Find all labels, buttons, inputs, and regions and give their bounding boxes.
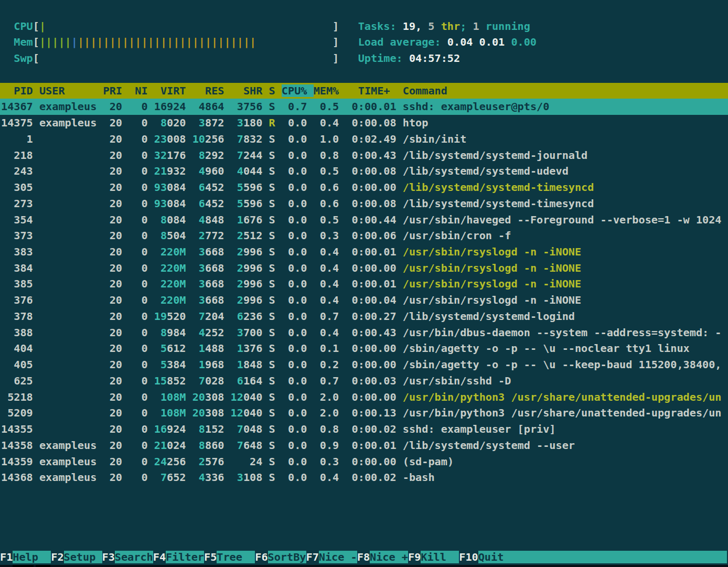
load-average: Load average: 0.04 0.01 0.00 bbox=[358, 36, 537, 48]
fkey-F10[interactable]: F10 bbox=[459, 551, 478, 563]
mem-cell: 0.4 bbox=[314, 262, 339, 274]
fkey-F9[interactable]: F9 bbox=[408, 551, 421, 563]
fbtn-kill[interactable]: Kill bbox=[421, 551, 459, 563]
blank-line-top bbox=[0, 2, 728, 18]
mem-meter[interactable]: Mem[|||||||||||||||||||||||||||||||||| ]… bbox=[0, 34, 728, 50]
process-row[interactable]: 5218 20 0 108M 20308 12040 S 0.0 2.0 0:0… bbox=[0, 389, 728, 405]
pri-cell: 20 bbox=[103, 116, 122, 129]
command-cell: /lib/systemd/systemd-udevd bbox=[403, 165, 569, 177]
pid-cell: 625 bbox=[1, 375, 33, 387]
process-row[interactable]: 14355 20 0 16924 8152 7048 S 0.0 0.8 0:0… bbox=[0, 421, 728, 437]
ni-cell: 0 bbox=[129, 165, 147, 177]
fbtn-help[interactable]: Help bbox=[13, 551, 51, 563]
process-row[interactable]: 305 20 0 93084 6452 5596 S 0.0 0.6 0:00.… bbox=[0, 179, 728, 196]
fkey-F1[interactable]: F1 bbox=[0, 551, 13, 563]
fbtn-nice-[interactable]: Nice - bbox=[319, 551, 357, 563]
fkey-F8[interactable]: F8 bbox=[357, 551, 370, 563]
htop-terminal: CPU[| ] Tasks: 19, 5 thr; 1 running Mem[… bbox=[0, 0, 728, 567]
column-header-ni[interactable]: NI bbox=[129, 84, 154, 97]
column-header-s[interactable]: S bbox=[269, 84, 282, 97]
fkey-F6[interactable]: F6 bbox=[255, 551, 267, 563]
process-row[interactable]: 385 20 0 220M 3668 2996 S 0.0 0.4 0:00.0… bbox=[0, 276, 728, 292]
state-cell: S bbox=[269, 213, 275, 226]
pid-cell: 5209 bbox=[1, 406, 33, 419]
state-cell: S bbox=[269, 262, 275, 274]
process-row[interactable]: 373 20 0 8504 2772 2512 S 0.0 0.3 0:00.0… bbox=[0, 228, 728, 244]
state-cell: S bbox=[269, 245, 275, 258]
pri-cell: 20 bbox=[103, 326, 122, 339]
cpu-cell: 0.0 bbox=[282, 342, 307, 355]
fkey-F4[interactable]: F4 bbox=[153, 551, 166, 563]
mem-cell: 0.6 bbox=[314, 181, 339, 194]
process-row[interactable]: 405 20 0 5384 1968 1848 S 0.0 0.2 0:00.0… bbox=[0, 357, 728, 373]
process-row[interactable]: 243 20 0 21932 4960 4044 S 0.0 0.5 0:00.… bbox=[0, 163, 728, 179]
state-cell: S bbox=[269, 181, 275, 194]
process-row[interactable]: 14358 exampleus 20 0 21024 8860 7648 S 0… bbox=[0, 437, 728, 454]
meter-close-bracket: ] bbox=[333, 36, 339, 48]
pid-cell: 378 bbox=[1, 310, 33, 323]
fbtn-setup[interactable]: Setup bbox=[64, 551, 102, 563]
process-row[interactable]: 383 20 0 220M 3668 2996 S 0.0 0.4 0:00.0… bbox=[0, 244, 728, 260]
process-row[interactable]: 5209 20 0 108M 20308 12040 S 0.0 2.0 0:0… bbox=[0, 405, 728, 421]
pri-cell: 20 bbox=[103, 277, 122, 290]
mem-cell: 0.4 bbox=[314, 471, 339, 484]
fbtn-tree[interactable]: Tree bbox=[217, 551, 255, 563]
process-row[interactable]: 625 20 0 15852 7028 6164 S 0.0 0.7 0:00.… bbox=[0, 373, 728, 389]
column-header-cpu[interactable]: CPU% bbox=[282, 84, 314, 97]
process-row[interactable]: 354 20 0 8084 4848 1676 S 0.0 0.5 0:00.4… bbox=[0, 212, 728, 228]
fbtn-filter[interactable]: Filter bbox=[166, 551, 204, 563]
uptime: Uptime: 04:57:52 bbox=[358, 52, 460, 65]
mem-cell: 0.4 bbox=[314, 116, 339, 129]
pid-cell: 385 bbox=[1, 277, 33, 290]
column-header-virt[interactable]: VIRT bbox=[154, 84, 192, 97]
column-header-user[interactable]: USER bbox=[39, 84, 103, 97]
process-row-selected[interactable]: 14367 exampleus 20 0 16924 4864 3756 S 0… bbox=[0, 99, 728, 115]
fkey-F2[interactable]: F2 bbox=[51, 551, 63, 563]
pri-cell: 20 bbox=[103, 262, 122, 274]
swp-meter[interactable]: Swp[ ] Uptime: 04:57:52 bbox=[0, 50, 728, 67]
mem-cell: 0.4 bbox=[314, 245, 339, 258]
ni-cell: 0 bbox=[129, 391, 147, 403]
ni-cell: 0 bbox=[129, 455, 147, 468]
fbtn-sortby[interactable]: SortBy bbox=[268, 551, 306, 563]
fkey-F3[interactable]: F3 bbox=[102, 551, 115, 563]
process-row[interactable]: 404 20 0 5612 1488 1376 S 0.0 0.1 0:00.0… bbox=[0, 340, 728, 357]
time-cell: 0:00.00 bbox=[345, 455, 396, 468]
cpu-cell: 0.0 bbox=[282, 471, 307, 484]
process-row[interactable]: 1 20 0 23008 10256 7832 S 0.0 1.0 0:02.4… bbox=[0, 131, 728, 147]
fbtn-search[interactable]: Search bbox=[115, 551, 153, 563]
process-row[interactable]: 273 20 0 93084 6452 5596 S 0.0 0.6 0:00.… bbox=[0, 196, 728, 212]
process-row[interactable]: 14368 exampleus 20 0 7652 4336 3108 S 0.… bbox=[0, 469, 728, 486]
cpu-cell: 0.0 bbox=[282, 294, 307, 306]
fkey-F7[interactable]: F7 bbox=[306, 551, 319, 563]
process-row[interactable]: 384 20 0 220M 3668 2996 S 0.0 0.4 0:00.0… bbox=[0, 260, 728, 276]
fkey-F5[interactable]: F5 bbox=[204, 551, 217, 563]
process-row[interactable]: 376 20 0 220M 3668 2996 S 0.0 0.4 0:00.0… bbox=[0, 292, 728, 308]
time-cell: 0:00.43 bbox=[345, 326, 396, 339]
process-row[interactable]: 388 20 0 8984 4252 3700 S 0.0 0.4 0:00.4… bbox=[0, 325, 728, 341]
mem-meter-label: Mem bbox=[14, 36, 33, 48]
command-cell: -bash bbox=[403, 471, 435, 484]
pid-cell: 405 bbox=[1, 358, 33, 371]
column-header-pid[interactable]: PID bbox=[1, 84, 39, 97]
process-row[interactable]: 378 20 0 19520 7204 6236 S 0.0 0.7 0:00.… bbox=[0, 308, 728, 325]
process-row[interactable]: 14375 exampleus 20 0 8020 3872 3180 R 0.… bbox=[0, 115, 728, 131]
time-cell: 0:00.01 bbox=[345, 277, 396, 290]
process-row[interactable]: 14359 exampleus 20 0 24256 2576 24 S 0.0… bbox=[0, 454, 728, 470]
function-key-bar: F1Help F2Setup F3SearchF4FilterF5Tree F6… bbox=[0, 549, 728, 565]
column-header-mem[interactable]: MEM% bbox=[314, 84, 346, 97]
pri-cell: 20 bbox=[103, 423, 122, 435]
process-row[interactable]: 218 20 0 32176 8292 7244 S 0.0 0.8 0:00.… bbox=[0, 147, 728, 164]
column-header-shr[interactable]: SHR bbox=[231, 84, 269, 97]
column-header-command[interactable]: Command bbox=[403, 84, 447, 97]
fbtn-quit[interactable]: Quit bbox=[478, 551, 727, 563]
fbtn-nice-[interactable]: Nice + bbox=[370, 551, 408, 563]
bottom-edge-strip bbox=[0, 565, 728, 567]
pid-cell: 354 bbox=[1, 213, 33, 226]
pri-cell: 20 bbox=[103, 213, 122, 226]
column-header-pri[interactable]: PRI bbox=[103, 84, 129, 97]
column-header-time[interactable]: TIME+ bbox=[345, 84, 402, 97]
cpu-meter[interactable]: CPU[| ] Tasks: 19, 5 thr; 1 running bbox=[0, 18, 728, 35]
column-header-res[interactable]: RES bbox=[192, 84, 231, 97]
user-cell bbox=[39, 342, 97, 355]
